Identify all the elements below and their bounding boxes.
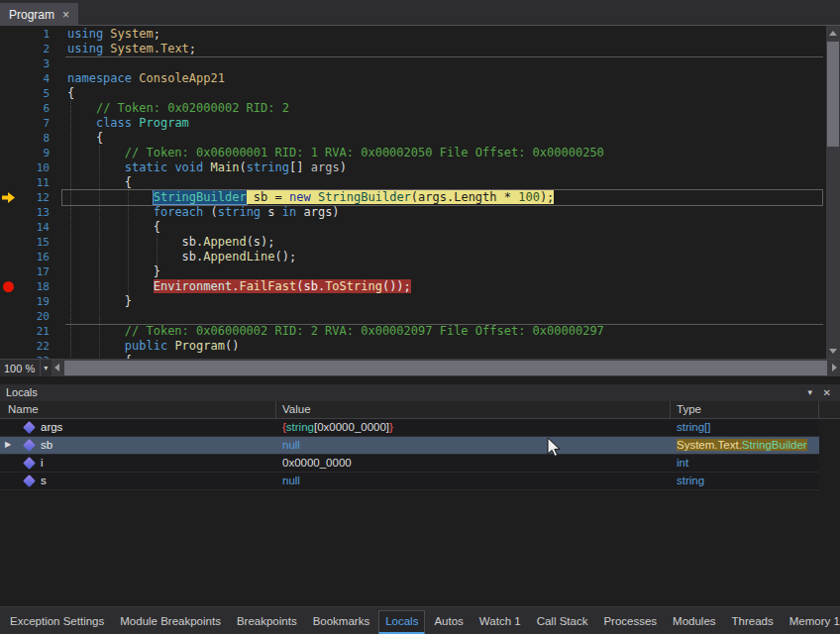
vertical-scroll-thumb[interactable]: [827, 42, 839, 147]
scroll-up-icon[interactable]: [829, 31, 837, 36]
panel-tab-bookmarks[interactable]: Bookmarks: [306, 610, 377, 634]
token: {: [67, 175, 132, 189]
code-text: static void Main(string[] args): [67, 160, 347, 175]
panel-tab-locals[interactable]: Locals: [378, 610, 425, 634]
code-text: {: [67, 86, 74, 101]
code-line-22: 22 public Program(): [0, 339, 826, 354]
line-number: 21: [0, 324, 50, 339]
scroll-down-icon[interactable]: [829, 349, 837, 354]
breakpoint-icon[interactable]: [3, 281, 14, 292]
variable-name: args: [41, 421, 62, 433]
token: int: [677, 457, 688, 469]
line-number: 1: [0, 27, 50, 42]
variable-type: int: [677, 457, 688, 469]
token: namespace: [67, 71, 132, 85]
token: (args.Length *: [411, 190, 518, 204]
token: ;: [189, 42, 196, 55]
variable-type: string: [677, 475, 704, 486]
code-text: Environment.FailFast(sb.ToString());: [67, 279, 411, 294]
token: }: [67, 294, 132, 308]
horizontal-scroll-thumb[interactable]: [64, 361, 827, 375]
variable-value: null: [282, 439, 300, 451]
panel-tab-module-breakpoints[interactable]: Module Breakpoints: [113, 610, 228, 634]
editor-horizontal-scrollbar[interactable]: [52, 360, 840, 376]
token: sb.: [67, 250, 203, 264]
panel-tab-modules[interactable]: Modules: [666, 610, 722, 634]
code-text: sb.AppendLine();: [67, 250, 296, 264]
token: sb.: [67, 235, 203, 249]
close-icon[interactable]: ✕: [823, 384, 831, 401]
code-text: using System.Text;: [67, 42, 196, 56]
window-position-icon[interactable]: ▾: [807, 384, 812, 401]
editor-vertical-scrollbar[interactable]: [826, 26, 840, 359]
locals-title: Locals: [6, 386, 38, 398]
panel-tab-watch-1[interactable]: Watch 1: [472, 610, 528, 634]
code-line-18: 18 Environment.FailFast(sb.ToString());: [0, 279, 826, 294]
code-text: public Program(): [67, 339, 239, 354]
code-line-15: 15 sb.Append(s);: [0, 235, 826, 250]
locals-title-bar[interactable]: Locals ▾ ✕: [0, 384, 840, 401]
code-text: // Token: 0x06000002 RID: 2 RVA: 0x00002…: [67, 324, 604, 339]
token: new: [289, 190, 311, 204]
token: static: [125, 160, 167, 174]
document-tab-bar: Program ×: [0, 0, 840, 26]
token: // Token: 0x02000002 RID: 2: [96, 101, 289, 115]
code-line-17: 17 }: [0, 264, 826, 279]
code-text: StringBuilder sb = new StringBuilder(arg…: [67, 190, 554, 205]
column-header-type[interactable]: Type: [677, 403, 701, 415]
token: (): [225, 339, 239, 353]
token: foreach: [154, 205, 204, 219]
panel-tab-memory-1[interactable]: Memory 1: [783, 610, 840, 634]
code-line-8: 8 {: [0, 131, 826, 146]
token: (s);: [247, 235, 275, 249]
token: StringBuilder: [318, 190, 411, 204]
code-line-12: 12 StringBuilder sb = new StringBuilder(…: [0, 190, 826, 205]
panel-tab-threads[interactable]: Threads: [725, 610, 781, 634]
code-text: sb.Append(s);: [67, 235, 275, 250]
panel-tab-autos[interactable]: Autos: [427, 610, 470, 634]
token: FailFast: [239, 279, 296, 293]
variable-value: {string[0x0000_0000]}: [282, 421, 393, 433]
token: ToString: [325, 279, 382, 293]
token: void: [174, 160, 203, 174]
variable-name: sb: [41, 439, 52, 451]
variable-type: System.Text.StringBuilder: [677, 439, 807, 451]
token: }: [389, 421, 393, 433]
column-header-value[interactable]: Value: [282, 403, 311, 415]
panel-tab-call-stack[interactable]: Call Stack: [530, 610, 595, 634]
token: [67, 205, 154, 219]
locals-panel: Locals ▾ ✕ Name Value Type args{string[0…: [0, 384, 840, 606]
token: [203, 160, 210, 174]
token: StringBuilder: [742, 439, 807, 451]
locals-row-args[interactable]: args{string[0x0000_0000]}string[]: [0, 419, 819, 437]
token: using: [67, 27, 103, 41]
locals-row-i[interactable]: i0x0000_0000int: [0, 455, 819, 473]
tab-close-icon[interactable]: ×: [62, 9, 69, 21]
token: using: [67, 42, 103, 55]
token: System.Text: [110, 42, 188, 55]
code-line-3: 3: [0, 56, 826, 71]
scroll-right-icon[interactable]: [832, 364, 837, 371]
zoom-dropdown-icon[interactable]: ▾: [40, 360, 51, 376]
code-editor[interactable]: 1using System;2using System.Text;34names…: [0, 26, 826, 359]
variable-icon: [23, 439, 36, 452]
column-header-name[interactable]: Name: [8, 403, 39, 415]
token: );: [540, 190, 554, 204]
panel-tab-exception-settings[interactable]: Exception Settings: [3, 610, 111, 634]
token: [67, 160, 125, 174]
scroll-left-icon[interactable]: [54, 364, 59, 371]
token: []: [289, 160, 311, 174]
panel-tab-breakpoints[interactable]: Breakpoints: [230, 610, 304, 634]
token: // Token: 0x06000002 RID: 2 RVA: 0x00002…: [125, 324, 604, 338]
token: string: [218, 205, 261, 219]
code-line-13: 13 foreach (string s in args): [0, 205, 826, 220]
token: args): [296, 205, 339, 219]
expander-icon[interactable]: ▶: [5, 441, 11, 449]
panel-tab-processes[interactable]: Processes: [596, 610, 664, 634]
locals-row-s[interactable]: snullstring: [0, 473, 819, 490]
locals-row-sb[interactable]: ▶sbnullSystem.Text.StringBuilder: [0, 437, 819, 455]
zoom-control[interactable]: 100 % ▾: [0, 360, 50, 376]
line-number: 6: [0, 101, 50, 116]
tab-program[interactable]: Program ×: [0, 3, 78, 26]
token: (sb.: [296, 279, 325, 293]
